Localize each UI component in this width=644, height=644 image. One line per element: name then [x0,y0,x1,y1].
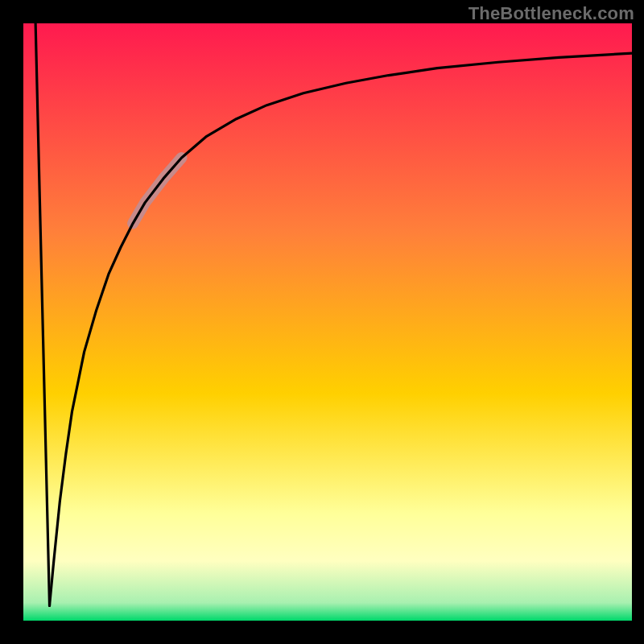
chart-root: TheBottleneck.com [0,0,644,644]
plot-background [23,23,632,621]
chart-svg [0,0,644,644]
watermark-text: TheBottleneck.com [469,3,634,24]
